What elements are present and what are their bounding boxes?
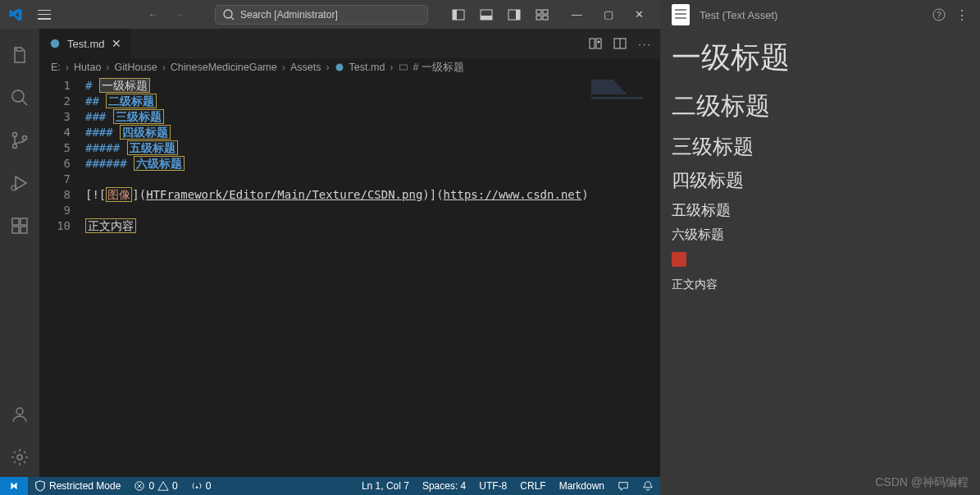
ports-button[interactable]: 0	[185, 480, 218, 492]
more-actions-icon[interactable]: ···	[638, 38, 652, 50]
gear-icon	[10, 447, 30, 467]
svg-rect-19	[12, 218, 19, 225]
activity-scm[interactable]	[0, 121, 39, 160]
svg-point-15	[13, 144, 17, 149]
maximize-icon[interactable]: ▢	[604, 8, 613, 21]
activity-explorer[interactable]	[0, 35, 39, 75]
search-placeholder: Search [Administrator]	[240, 9, 338, 21]
preview-menu-icon[interactable]: ⋮	[955, 7, 969, 23]
breadcrumb-seg[interactable]: Test.md	[349, 62, 385, 73]
branch-icon	[10, 131, 30, 150]
hamburger-menu-icon[interactable]	[38, 8, 51, 21]
markdown-file-icon	[335, 62, 344, 72]
symbol-icon	[399, 62, 408, 72]
text-asset-icon	[672, 4, 690, 25]
help-icon[interactable]: ?	[932, 8, 946, 21]
tab-label: Test.md	[67, 38, 105, 50]
svg-point-23	[16, 408, 23, 415]
vscode-logo-icon	[8, 7, 23, 22]
tab-close-icon[interactable]: ✕	[112, 37, 121, 50]
preview-h3: 三级标题	[672, 133, 969, 160]
activity-settings[interactable]	[0, 438, 39, 477]
breadcrumb-seg[interactable]: ChineseMedicineGame	[171, 62, 277, 73]
window-controls: — ▢ ✕	[572, 8, 644, 21]
eol-button[interactable]: CRLF	[513, 480, 552, 492]
status-bar: Restricted Mode 0 0 0 Ln 1, Col 7 Spaces…	[0, 477, 660, 495]
preview-h5: 五级标题	[672, 200, 969, 220]
customize-layout-icon[interactable]	[536, 8, 549, 21]
layout-controls	[452, 8, 549, 21]
svg-point-14	[13, 133, 17, 137]
breadcrumb-seg[interactable]: Assets	[290, 62, 321, 73]
toggle-secondary-sidebar-icon[interactable]	[508, 8, 521, 21]
warning-icon	[157, 480, 169, 492]
encoding-button[interactable]: UTF-8	[472, 480, 513, 492]
remote-icon	[8, 480, 20, 492]
svg-point-12	[12, 90, 24, 102]
minimap[interactable]	[591, 80, 649, 104]
svg-line-1	[231, 17, 234, 20]
svg-line-13	[22, 100, 27, 105]
code-editor[interactable]: 1 2 3 4 5 6 7 8 9 10 # 一级标题 ## 二级标题 ### …	[39, 76, 660, 477]
activity-search[interactable]	[0, 78, 39, 117]
breadcrumb-seg[interactable]: E:	[51, 62, 61, 73]
breadcrumb[interactable]: E:› Hutao› GitHouse› ChineseMedicineGame…	[39, 58, 660, 76]
preview-body-text: 正文内容	[672, 277, 969, 292]
error-icon	[134, 480, 145, 492]
files-icon	[10, 45, 30, 65]
svg-rect-20	[12, 227, 19, 233]
extensions-icon	[10, 216, 30, 236]
restricted-mode-button[interactable]: Restricted Mode	[28, 480, 127, 492]
problems-button[interactable]: 0 0	[127, 480, 184, 492]
preview-image-placeholder	[672, 252, 686, 267]
nav-back-icon[interactable]: ←	[148, 8, 158, 21]
activity-debug[interactable]	[0, 163, 39, 203]
preview-body: 一级标题 二级标题 三级标题 四级标题 五级标题 六级标题 正文内容	[660, 30, 980, 292]
account-icon	[10, 405, 30, 424]
feedback-button[interactable]	[611, 480, 636, 492]
close-icon[interactable]: ✕	[635, 8, 644, 21]
split-editor-icon[interactable]	[613, 37, 627, 50]
toggle-panel-icon[interactable]	[480, 8, 493, 21]
unity-inspector-preview: Test (Text Asset) ? ⋮ 一级标题 二级标题 三级标题 四级标…	[660, 0, 980, 495]
svg-point-16	[23, 136, 27, 140]
preview-h1: 一级标题	[672, 38, 969, 78]
search-icon	[10, 88, 30, 108]
svg-rect-5	[481, 16, 492, 20]
svg-rect-21	[21, 227, 27, 233]
svg-text:?: ?	[937, 11, 941, 20]
preview-h2: 二级标题	[672, 89, 969, 123]
nav-forward-icon[interactable]: →	[173, 8, 184, 21]
spaces-button[interactable]: Spaces: 4	[416, 480, 472, 492]
language-button[interactable]: Markdown	[553, 480, 611, 492]
svg-rect-3	[453, 10, 457, 20]
broadcast-icon	[191, 480, 203, 492]
breadcrumb-seg[interactable]: Hutao	[74, 62, 101, 73]
code-content[interactable]: # 一级标题 ## 二级标题 ### 三级标题 #### 四级标题 ##### …	[85, 76, 660, 477]
activity-bar	[0, 29, 39, 477]
remote-indicator[interactable]	[0, 477, 28, 495]
breadcrumb-seg[interactable]: GitHouse	[115, 62, 157, 73]
svg-point-36	[195, 486, 198, 488]
activity-account[interactable]	[0, 395, 39, 434]
svg-rect-8	[536, 10, 541, 14]
preview-header: Test (Text Asset) ? ⋮	[660, 0, 980, 30]
tab-test-md[interactable]: Test.md ✕	[39, 29, 132, 58]
search-icon	[222, 8, 235, 21]
open-preview-icon[interactable]	[589, 37, 602, 50]
tab-actions: ···	[581, 29, 660, 58]
svg-marker-17	[16, 176, 26, 190]
preview-title: Test (Text Asset)	[700, 9, 777, 21]
minimize-icon[interactable]: —	[572, 8, 582, 21]
toggle-primary-sidebar-icon[interactable]	[452, 8, 465, 21]
svg-rect-26	[590, 39, 595, 48]
search-input[interactable]: Search [Administrator]	[215, 5, 428, 25]
markdown-file-icon	[49, 38, 61, 49]
breadcrumb-seg[interactable]: # 一级标题	[413, 61, 464, 75]
svg-rect-11	[543, 16, 548, 20]
notifications-button[interactable]	[636, 480, 660, 492]
ln-col-button[interactable]: Ln 1, Col 7	[355, 480, 416, 492]
svg-rect-10	[536, 16, 541, 20]
svg-rect-32	[399, 65, 407, 70]
activity-extensions[interactable]	[0, 206, 39, 245]
